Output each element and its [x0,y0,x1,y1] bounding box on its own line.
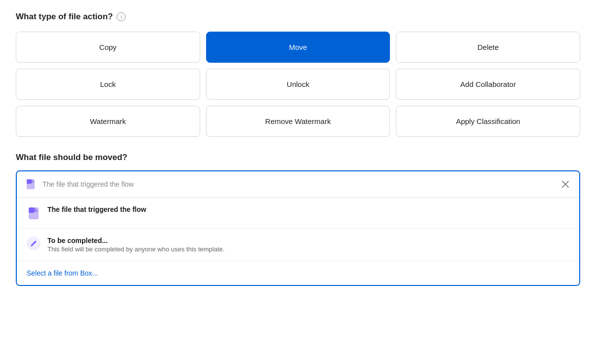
copy-button[interactable]: Copy [16,32,200,63]
delete-button[interactable]: Delete [396,32,580,63]
watermark-button[interactable]: Watermark [16,106,200,137]
close-icon [561,180,569,188]
svg-rect-1 [27,179,32,184]
info-icon[interactable]: i [117,12,126,21]
lock-button[interactable]: Lock [16,69,200,100]
file-action-section-header: What type of file action? i [16,12,580,22]
to-be-completed-subtitle: This field will be completed by anyone w… [47,245,569,253]
move-button[interactable]: Move [206,32,390,63]
unlock-button[interactable]: Unlock [206,69,390,100]
remove-watermark-button[interactable]: Remove Watermark [206,106,390,137]
file-action-title: What type of file action? [16,12,113,22]
action-button-grid: Copy Move Delete Lock Unlock Add Collabo… [16,32,580,137]
file-input-placeholder: The file that triggered the flow [43,180,553,188]
add-collaborator-button[interactable]: Add Collaborator [396,69,580,100]
clear-input-button[interactable] [559,178,571,190]
triggered-file-content: The file that triggered the flow [47,205,569,214]
edit-icon-container [27,237,41,250]
to-be-completed-content: To be completed... This field will be co… [47,237,569,253]
pencil-icon [30,240,38,247]
triggered-file-title: The file that triggered the flow [47,205,569,213]
dropdown-item-to-be-completed[interactable]: To be completed... This field will be co… [17,229,579,261]
apply-classification-button[interactable]: Apply Classification [396,106,580,137]
file-input-row[interactable]: The file that triggered the flow [17,171,579,198]
file-section-title: What file should be moved? [16,153,580,162]
dropdown-item-triggered-file[interactable]: The file that triggered the flow [17,198,579,229]
file-dropdown-list: The file that triggered the flow To be c… [17,198,579,285]
select-from-box-link[interactable]: Select a file from Box... [17,261,579,285]
to-be-completed-title: To be completed... [47,237,569,244]
file-icon-large [27,206,41,220]
file-selector-container: The file that triggered the flow The fil… [16,170,580,286]
svg-rect-5 [29,207,35,213]
file-icon-small [25,178,37,190]
